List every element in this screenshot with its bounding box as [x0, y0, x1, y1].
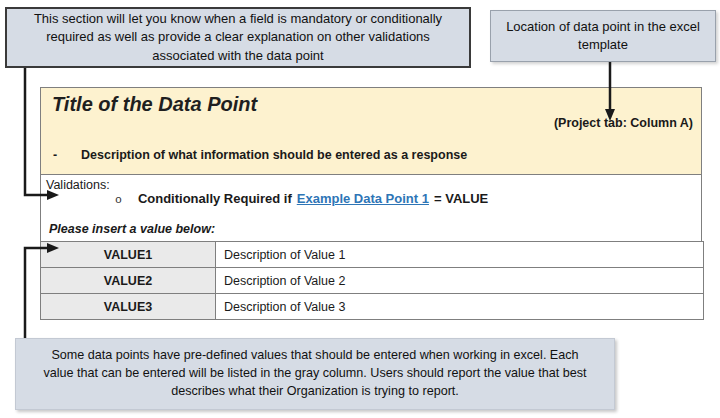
- table-row: VALUE3 Description of Value 3: [41, 294, 704, 320]
- callout-values-text: Some data points have pre-defined values…: [36, 347, 594, 401]
- description-line: - Description of what information should…: [50, 148, 467, 162]
- table-row: VALUE1 Description of Value 1: [41, 242, 704, 268]
- callout-location-text: Location of data point in the excel temp…: [505, 18, 701, 55]
- table-row: VALUE2 Description of Value 2: [41, 268, 704, 294]
- value-cell: VALUE3: [41, 294, 216, 320]
- value-description-cell: Description of Value 1: [216, 242, 704, 268]
- description-text: Description of what information should b…: [81, 148, 467, 162]
- data-point-panel: Title of the Data Point (Project tab: Co…: [40, 87, 702, 320]
- insert-value-prompt: Please insert a value below:: [49, 222, 215, 236]
- value-description-cell: Description of Value 2: [216, 268, 704, 294]
- callout-validations-text: This section will let you know when a fi…: [25, 10, 451, 65]
- validation-prefix: Conditionally Required if: [138, 191, 292, 206]
- values-table: VALUE1 Description of Value 1 VALUE2 Des…: [40, 241, 704, 320]
- data-point-location: (Project tab: Column A): [554, 116, 693, 130]
- validation-rule: o Conditionally Required if Example Data…: [115, 191, 488, 206]
- value-cell: VALUE1: [41, 242, 216, 268]
- example-data-point-link[interactable]: Example Data Point 1: [297, 191, 429, 206]
- dash-bullet: -: [50, 148, 81, 162]
- value-cell: VALUE2: [41, 268, 216, 294]
- callout-location-note: Location of data point in the excel temp…: [490, 10, 716, 62]
- circle-bullet-icon: o: [115, 193, 122, 206]
- validations-label: Validations:: [46, 178, 110, 192]
- validation-suffix: = VALUE: [434, 191, 488, 206]
- value-description-cell: Description of Value 3: [216, 294, 704, 320]
- callout-values-note: Some data points have pre-defined values…: [15, 338, 615, 410]
- instruction-diagram: This section will let you know when a fi…: [0, 0, 720, 418]
- data-point-header: Title of the Data Point (Project tab: Co…: [41, 88, 701, 175]
- callout-validations-note: This section will let you know when a fi…: [5, 7, 471, 68]
- data-point-title: Title of the Data Point: [52, 93, 257, 116]
